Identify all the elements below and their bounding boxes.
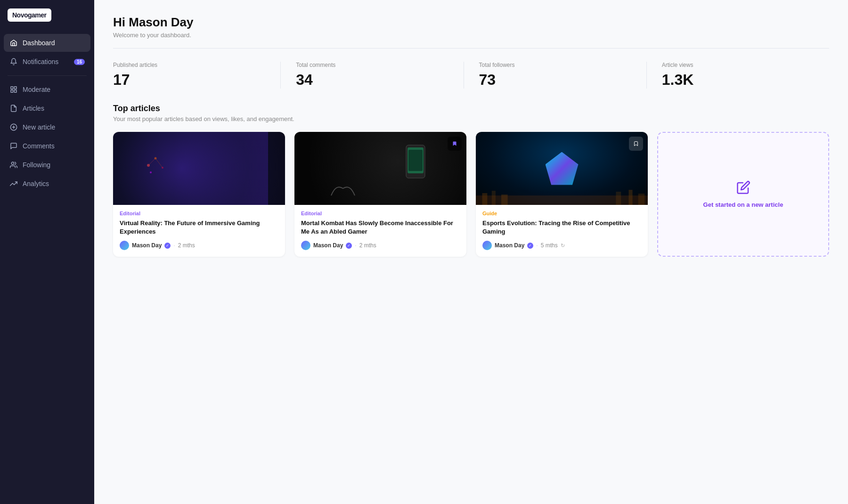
comment-icon <box>9 142 18 150</box>
svg-rect-23 <box>638 194 645 205</box>
logo: Novogamer <box>8 8 51 22</box>
svg-rect-19 <box>492 191 496 205</box>
avatar-esports <box>482 241 492 250</box>
article-tag-vr: Editorial <box>120 211 278 216</box>
sidebar-item-notifications[interactable]: Notifications 16 <box>4 53 90 71</box>
trending-up-icon <box>9 179 18 188</box>
author-name-mk: Mason Day <box>313 242 343 249</box>
article-meta-vr: Mason Day ✓ · 2 mths <box>120 241 278 250</box>
article-body-esports: Guide Esports Evolution: Tracing the Ris… <box>476 205 648 257</box>
article-body-vr: Editorial Virtual Reality: The Future of… <box>113 205 285 257</box>
verified-badge-mk: ✓ <box>346 243 352 249</box>
sidebar-item-dashboard[interactable]: Dashboard <box>4 34 90 52</box>
greeting: Hi Mason Day <box>113 15 829 30</box>
sidebar-nav: Dashboard Notifications 16 Moderate Arti… <box>0 34 94 193</box>
article-tag-mk: Editorial <box>301 211 460 216</box>
sidebar-item-comments[interactable]: Comments <box>4 137 90 155</box>
home-icon <box>9 39 18 47</box>
bell-icon <box>9 57 18 66</box>
stat-label: Total followers <box>479 62 631 68</box>
verified-badge-vr: ✓ <box>164 243 171 249</box>
section-subtitle: Your most popular articles based on view… <box>113 115 829 122</box>
new-article-cta-label: Get started on a new article <box>703 201 783 208</box>
article-meta-esports: Mason Day ✓ · 5 mths ↻ <box>482 241 641 250</box>
nav-divider <box>8 75 87 76</box>
sidebar-item-label: Moderate <box>23 86 50 93</box>
author-name-esports: Mason Day <box>495 242 524 249</box>
svg-rect-22 <box>628 190 632 205</box>
stat-published-articles: Published articles 17 <box>113 62 280 89</box>
users-icon <box>9 161 18 169</box>
article-time-esports: 5 mths <box>541 242 558 249</box>
refresh-icon-esports: ↻ <box>561 243 565 249</box>
stat-value: 34 <box>296 71 448 89</box>
sidebar-item-label: Comments <box>23 142 55 150</box>
article-title-esports: Esports Evolution: Tracing the Rise of C… <box>482 219 641 236</box>
sidebar-item-label: Dashboard <box>23 39 55 47</box>
article-card-vr[interactable]: Editorial Virtual Reality: The Future of… <box>113 132 285 257</box>
new-article-cta-card[interactable]: Get started on a new article <box>657 132 829 257</box>
notifications-badge: 16 <box>74 59 85 65</box>
svg-rect-20 <box>501 195 508 205</box>
article-thumbnail-vr <box>113 132 285 205</box>
sidebar-item-new-article[interactable]: New article <box>4 118 90 136</box>
svg-rect-3 <box>14 90 16 92</box>
svg-rect-18 <box>482 193 488 205</box>
bookmark-button-mk[interactable] <box>448 137 462 151</box>
sidebar-item-following[interactable]: Following <box>4 156 90 174</box>
stat-label: Total comments <box>296 62 448 68</box>
svg-rect-21 <box>616 192 621 205</box>
file-icon <box>9 104 18 113</box>
articles-grid: Editorial Virtual Reality: The Future of… <box>113 132 829 257</box>
stat-value: 17 <box>113 71 265 89</box>
svg-line-12 <box>148 158 155 165</box>
subtitle: Welcome to your dashboard. <box>113 32 829 39</box>
stat-label: Published articles <box>113 62 265 68</box>
sidebar: Novogamer Dashboard Notifications 16 Mod… <box>0 0 94 504</box>
article-card-esports[interactable]: Guide Esports Evolution: Tracing the Ris… <box>476 132 648 257</box>
stat-article-views: Article views 1.3K <box>646 62 829 89</box>
stat-value: 1.3K <box>662 71 814 89</box>
avatar-vr <box>120 241 129 250</box>
sidebar-item-label: Articles <box>23 105 44 112</box>
sidebar-item-analytics[interactable]: Analytics <box>4 175 90 193</box>
sidebar-item-articles[interactable]: Articles <box>4 99 90 117</box>
article-thumbnail-mk <box>294 132 466 205</box>
stat-total-followers: Total followers 73 <box>464 62 646 89</box>
verified-badge-esports: ✓ <box>527 243 533 249</box>
article-card-mk[interactable]: Editorial Mortal Kombat Has Slowly Becom… <box>294 132 466 257</box>
top-articles-section: Top articles Your most popular articles … <box>113 104 829 257</box>
stats-row: Published articles 17 Total comments 34 … <box>113 62 829 89</box>
bookmark-button-esports[interactable] <box>629 137 643 151</box>
edit-icon <box>736 180 750 195</box>
section-title: Top articles <box>113 104 829 114</box>
esports-gem-decoration <box>546 152 579 185</box>
article-title-mk: Mortal Kombat Has Slowly Become Inaccess… <box>301 219 460 236</box>
plus-circle-icon <box>9 123 18 131</box>
article-tag-esports: Guide <box>482 211 641 216</box>
article-time-vr: 2 mths <box>178 242 195 249</box>
sidebar-item-label: New article <box>23 123 55 131</box>
sidebar-item-label: Following <box>23 161 50 169</box>
author-name-vr: Mason Day <box>132 242 162 249</box>
svg-rect-2 <box>11 90 13 92</box>
article-thumbnail-esports <box>476 132 648 205</box>
article-title-vr: Virtual Reality: The Future of Immersive… <box>120 219 278 236</box>
svg-rect-0 <box>11 87 13 89</box>
article-meta-mk: Mason Day ✓ · 2 mths <box>301 241 460 250</box>
sidebar-item-moderate[interactable]: Moderate <box>4 81 90 98</box>
svg-point-11 <box>150 171 152 173</box>
svg-rect-16 <box>408 150 423 171</box>
svg-line-13 <box>155 158 163 168</box>
svg-point-7 <box>11 162 14 164</box>
stat-value: 73 <box>479 71 631 89</box>
sidebar-item-label: Analytics <box>23 180 49 187</box>
avatar-mk <box>301 241 310 250</box>
page-header: Hi Mason Day Welcome to your dashboard. <box>113 15 829 49</box>
grid-icon <box>9 85 18 94</box>
logo-area: Novogamer <box>0 0 94 30</box>
article-time-mk: 2 mths <box>359 242 376 249</box>
stat-total-comments: Total comments 34 <box>280 62 463 89</box>
stat-label: Article views <box>662 62 814 68</box>
article-body-mk: Editorial Mortal Kombat Has Slowly Becom… <box>294 205 466 257</box>
